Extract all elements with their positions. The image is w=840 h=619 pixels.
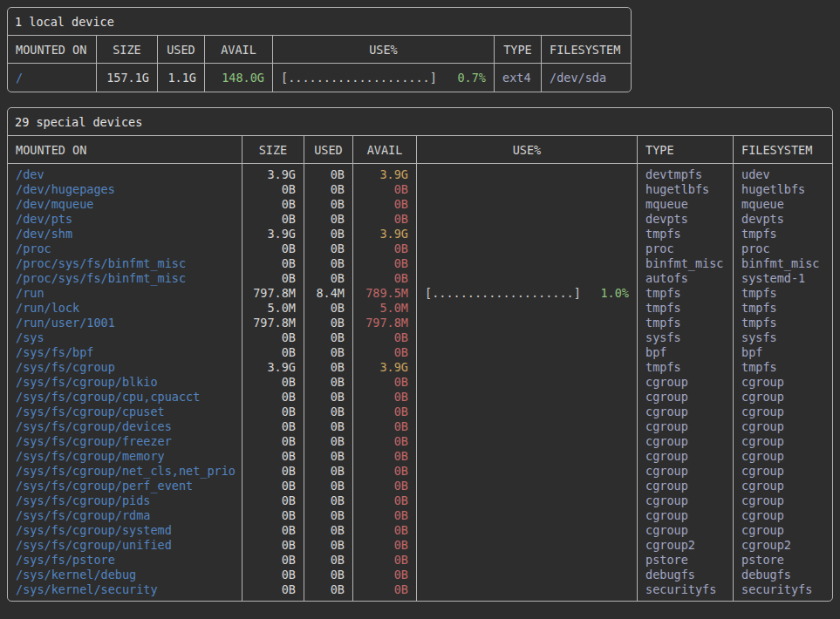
- cell-filesystem: cgroup: [734, 493, 832, 508]
- cell-mounted-on: /sys/kernel/security: [8, 582, 242, 597]
- cell-mounted-on: /sys/fs/cgroup: [8, 360, 242, 375]
- cell-mounted-on: /sys/fs/cgroup/memory: [8, 449, 242, 464]
- special-devices-table: 29 special devices MOUNTED ON SIZE USED …: [7, 107, 833, 602]
- column-size: 157.1G: [97, 64, 158, 92]
- header-used: USED: [158, 36, 205, 63]
- cell-type: ext4: [495, 64, 541, 92]
- cell-used: 0B: [304, 360, 352, 375]
- column-use-percent: [....................]0.7%: [273, 64, 495, 92]
- cell-use: [417, 212, 637, 227]
- cell-used: 0B: [304, 479, 352, 493]
- cell-type: cgroup: [638, 390, 733, 405]
- cell-size: 0B: [242, 493, 304, 508]
- cell-mounted-on: /sys/fs/cgroup/pids: [8, 493, 242, 508]
- cell-size: 0B: [242, 464, 304, 479]
- cell-used: 0B: [304, 538, 352, 553]
- cell-filesystem: debugfs: [734, 568, 832, 582]
- cell-size: 0B: [242, 582, 304, 597]
- cell-size: 0B: [242, 523, 304, 538]
- header-type: TYPE: [495, 36, 542, 63]
- cell-use: [417, 449, 637, 464]
- cell-type: tmpfs: [638, 360, 733, 375]
- special-table-body: /dev/dev/hugepages/dev/mqueue/dev/pts/de…: [8, 164, 832, 601]
- cell-size: 0B: [242, 419, 304, 434]
- cell-used: 0B: [304, 419, 352, 434]
- cell-filesystem: mqueue: [734, 197, 832, 212]
- cell-type: mqueue: [638, 197, 733, 212]
- cell-mounted-on: /dev/pts: [8, 212, 242, 227]
- header-mounted-on: MOUNTED ON: [8, 36, 97, 63]
- cell-avail: 0B: [353, 479, 416, 493]
- cell-filesystem: cgroup: [734, 449, 832, 464]
- cell-avail: 0B: [353, 405, 416, 419]
- cell-size: 0B: [242, 271, 304, 286]
- cell-size: 0B: [242, 345, 304, 360]
- cell-avail: 0B: [353, 449, 416, 464]
- cell-avail: 0B: [353, 212, 416, 227]
- cell-avail: 0B: [353, 523, 416, 538]
- cell-use: [417, 553, 637, 568]
- cell-size: 0B: [242, 390, 304, 405]
- cell-mounted-on: /dev/shm: [8, 227, 242, 241]
- cell-filesystem: cgroup: [734, 419, 832, 434]
- header-filesystem: FILESYSTEM: [542, 36, 631, 63]
- cell-mounted-on: /proc/sys/fs/binfmt_misc: [8, 271, 242, 286]
- cell-type: cgroup: [638, 419, 733, 434]
- cell-mounted-on: /sys/fs/cgroup/perf_event: [8, 479, 242, 493]
- header-size: SIZE: [97, 36, 158, 63]
- cell-use: [417, 241, 637, 256]
- cell-used: 0B: [304, 375, 352, 390]
- cell-type: debugfs: [638, 568, 733, 582]
- column-type: devtmpfshugetlbfsmqueuedevptstmpfsprocbi…: [638, 164, 734, 601]
- cell-filesystem: tmpfs: [734, 227, 832, 241]
- cell-avail: 0B: [353, 538, 416, 553]
- cell-avail: 5.0M: [353, 301, 416, 316]
- cell-size: 0B: [242, 479, 304, 493]
- cell-used: 0B: [304, 330, 352, 345]
- cell-used: 0B: [304, 227, 352, 241]
- cell-mounted-on: /proc/sys/fs/binfmt_misc: [8, 256, 242, 271]
- cell-use: [417, 479, 637, 493]
- header-avail: AVAIL: [353, 136, 417, 163]
- special-table-header: MOUNTED ON SIZE USED AVAIL USE% TYPE FIL…: [8, 136, 832, 164]
- cell-type: tmpfs: [638, 301, 733, 316]
- cell-avail: 0B: [353, 508, 416, 523]
- usage-percent: 0.7%: [457, 64, 486, 92]
- cell-use: [417, 316, 637, 330]
- cell-avail: 0B: [353, 241, 416, 256]
- header-avail: AVAIL: [205, 36, 273, 63]
- cell-size: 0B: [242, 330, 304, 345]
- header-use-percent: USE%: [273, 36, 495, 63]
- cell-avail: 148.0G: [205, 64, 272, 92]
- cell-type: cgroup: [638, 523, 733, 538]
- cell-used: 0B: [304, 523, 352, 538]
- cell-mounted-on: /sys/fs/bpf: [8, 345, 242, 360]
- header-size: SIZE: [242, 136, 304, 163]
- special-table-title: 29 special devices: [8, 108, 832, 136]
- cell-use: [417, 182, 637, 197]
- cell-filesystem: securityfs: [734, 582, 832, 597]
- cell-mounted-on: /run/lock: [8, 301, 242, 316]
- local-table-title: 1 local device: [8, 8, 631, 36]
- cell-use: [417, 493, 637, 508]
- usage-percent: 1.0%: [600, 286, 629, 301]
- cell-avail: 0B: [353, 345, 416, 360]
- cell-used: 8.4M: [304, 286, 352, 301]
- cell-filesystem: hugetlbfs: [734, 182, 832, 197]
- cell-use: [417, 256, 637, 271]
- cell-use: [....................]0.7%: [273, 64, 494, 92]
- cell-type: binfmt_misc: [638, 256, 733, 271]
- cell-type: tmpfs: [638, 227, 733, 241]
- cell-type: cgroup2: [638, 538, 733, 553]
- cell-used: 0B: [304, 553, 352, 568]
- cell-mounted-on: /dev/mqueue: [8, 197, 242, 212]
- cell-type: cgroup: [638, 508, 733, 523]
- cell-type: devtmpfs: [638, 167, 733, 182]
- cell-use: [417, 538, 637, 553]
- cell-filesystem: tmpfs: [734, 286, 832, 301]
- cell-type: devpts: [638, 212, 733, 227]
- cell-mounted-on: /sys/fs/cgroup/blkio: [8, 375, 242, 390]
- cell-avail: 0B: [353, 390, 416, 405]
- cell-size: 0B: [242, 241, 304, 256]
- cell-type: proc: [638, 241, 733, 256]
